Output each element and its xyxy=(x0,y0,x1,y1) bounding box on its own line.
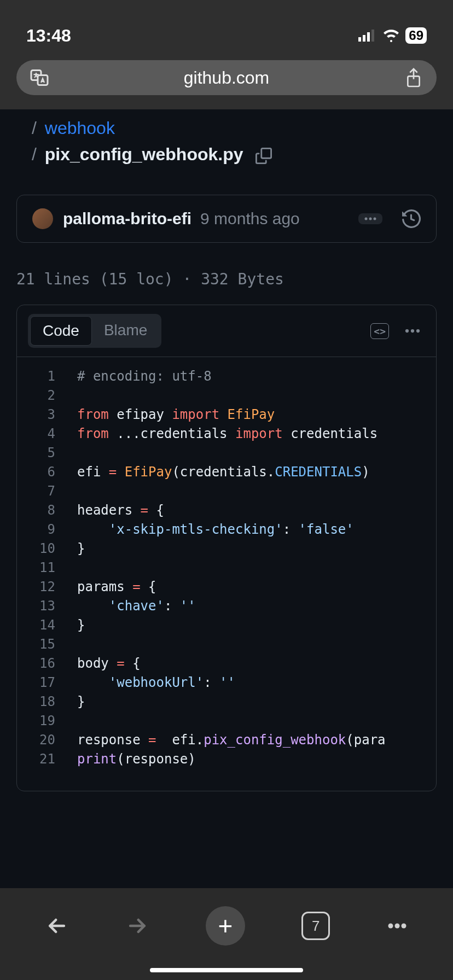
line-number[interactable]: 5 xyxy=(17,444,77,463)
code-line[interactable]: 16body = { xyxy=(17,654,436,673)
status-time: 13:48 xyxy=(26,26,71,46)
line-number[interactable]: 11 xyxy=(17,558,77,578)
code-line[interactable]: 20response = efi.pix_config_webhook(para xyxy=(17,731,436,750)
code-line[interactable]: 15 xyxy=(17,635,436,654)
line-content: efi = EfiPay(credentials.CREDENTIALS) xyxy=(77,463,436,482)
code-container: Code Blame <> 1# encoding: utf-823from e… xyxy=(16,305,437,791)
line-number[interactable]: 9 xyxy=(17,520,77,539)
line-number[interactable]: 1 xyxy=(17,367,77,386)
code-line[interactable]: 7 xyxy=(17,482,436,501)
svg-point-8 xyxy=(369,218,372,220)
code-line[interactable]: 21print(response) xyxy=(17,750,436,769)
line-content: 'x-skip-mtls-checking': 'false' xyxy=(77,520,436,539)
code-line[interactable]: 9 'x-skip-mtls-checking': 'false' xyxy=(17,520,436,539)
tab-count: 7 xyxy=(312,918,320,935)
tabs-button[interactable]: 7 xyxy=(301,912,330,940)
code-line[interactable]: 5 xyxy=(17,444,436,463)
breadcrumb-separator: / xyxy=(32,118,37,138)
line-content: params = { xyxy=(77,578,436,597)
menu-icon[interactable] xyxy=(386,923,408,929)
line-number[interactable]: 2 xyxy=(17,386,77,405)
status-indicators: 69 xyxy=(358,27,427,44)
line-content xyxy=(77,482,436,501)
code-line[interactable]: 17 'webhookUrl': '' xyxy=(17,673,436,692)
page-content: / webhook / pix_config_webhook.py pallom… xyxy=(0,109,453,791)
code-line[interactable]: 13 'chave': '' xyxy=(17,597,436,616)
wifi-icon xyxy=(382,29,400,42)
history-icon[interactable] xyxy=(402,209,421,228)
line-number[interactable]: 20 xyxy=(17,731,77,750)
svg-rect-2 xyxy=(367,32,370,42)
svg-point-9 xyxy=(374,218,376,220)
new-tab-button[interactable]: + xyxy=(206,906,245,946)
line-number[interactable]: 15 xyxy=(17,635,77,654)
line-content: # encoding: utf-8 xyxy=(77,367,436,386)
line-content xyxy=(77,386,436,405)
line-content: response = efi.pix_config_webhook(para xyxy=(77,731,436,750)
line-number[interactable]: 21 xyxy=(17,750,77,769)
line-number[interactable]: 7 xyxy=(17,482,77,501)
line-number[interactable]: 19 xyxy=(17,711,77,731)
code-body[interactable]: 1# encoding: utf-823from efipay import E… xyxy=(17,357,436,791)
line-content: from efipay import EfiPay xyxy=(77,405,436,424)
code-header: Code Blame <> xyxy=(17,305,436,357)
line-content: from ...credentials import credentials xyxy=(77,424,436,444)
line-number[interactable]: 3 xyxy=(17,405,77,424)
svg-point-10 xyxy=(405,329,409,332)
svg-point-11 xyxy=(411,329,414,332)
code-line[interactable]: 14} xyxy=(17,616,436,635)
more-options-icon[interactable] xyxy=(400,324,425,338)
back-icon[interactable] xyxy=(45,914,69,938)
line-number[interactable]: 8 xyxy=(17,501,77,520)
code-line[interactable]: 18} xyxy=(17,692,436,711)
line-number[interactable]: 16 xyxy=(17,654,77,673)
translate-icon[interactable] xyxy=(30,68,49,88)
line-number[interactable]: 18 xyxy=(17,692,77,711)
browser-bottom-bar: + 7 xyxy=(0,888,453,980)
code-line[interactable]: 8headers = { xyxy=(17,501,436,520)
svg-rect-1 xyxy=(363,35,365,42)
code-line[interactable]: 11 xyxy=(17,558,436,578)
tab-code[interactable]: Code xyxy=(30,316,92,346)
tab-group: Code Blame xyxy=(28,314,161,348)
avatar[interactable] xyxy=(32,208,53,229)
code-line[interactable]: 4from ...credentials import credentials xyxy=(17,424,436,444)
line-number[interactable]: 10 xyxy=(17,539,77,558)
line-number[interactable]: 13 xyxy=(17,597,77,616)
code-line[interactable]: 1# encoding: utf-8 xyxy=(17,367,436,386)
code-line[interactable]: 6efi = EfiPay(credentials.CREDENTIALS) xyxy=(17,463,436,482)
tab-blame[interactable]: Blame xyxy=(92,316,159,346)
line-content: 'chave': '' xyxy=(77,597,436,616)
breadcrumb-parent-link[interactable]: webhook xyxy=(45,118,115,138)
line-number[interactable]: 4 xyxy=(17,424,77,444)
commit-author[interactable]: palloma-brito-efi xyxy=(63,209,191,228)
share-icon[interactable] xyxy=(404,68,423,88)
commit-time: 9 months ago xyxy=(200,209,300,228)
commit-more-icon[interactable] xyxy=(358,213,382,224)
code-line[interactable]: 19 xyxy=(17,711,436,731)
url-text: github.com xyxy=(49,68,404,88)
forward-icon[interactable] xyxy=(125,914,149,938)
line-content: } xyxy=(77,692,436,711)
cellular-signal-icon xyxy=(358,30,377,42)
code-line[interactable]: 3from efipay import EfiPay xyxy=(17,405,436,424)
home-indicator[interactable] xyxy=(150,968,303,972)
code-line[interactable]: 10} xyxy=(17,539,436,558)
copy-path-icon[interactable] xyxy=(255,148,272,164)
browser-address-bar: github.com xyxy=(0,60,453,109)
battery-level: 69 xyxy=(405,27,427,44)
file-stats: 21 lines (15 loc) · 332 Bytes xyxy=(16,259,437,305)
line-content: } xyxy=(77,616,436,635)
latest-commit-box[interactable]: palloma-brito-efi 9 months ago xyxy=(16,195,437,243)
svg-point-13 xyxy=(388,924,393,929)
code-line[interactable]: 12params = { xyxy=(17,578,436,597)
line-content: print(response) xyxy=(77,750,436,769)
line-number[interactable]: 17 xyxy=(17,673,77,692)
symbols-icon[interactable]: <> xyxy=(366,319,393,343)
url-pill[interactable]: github.com xyxy=(16,60,437,95)
line-number[interactable]: 14 xyxy=(17,616,77,635)
line-content xyxy=(77,558,436,578)
line-number[interactable]: 12 xyxy=(17,578,77,597)
code-line[interactable]: 2 xyxy=(17,386,436,405)
line-number[interactable]: 6 xyxy=(17,463,77,482)
